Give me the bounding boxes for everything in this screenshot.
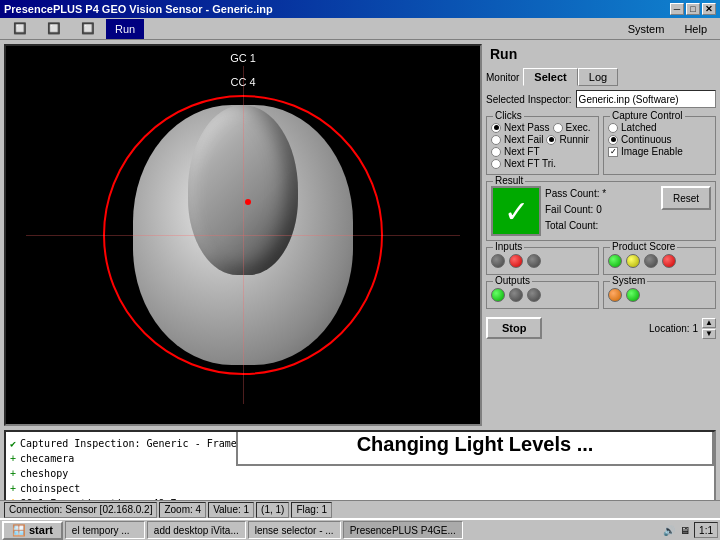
location-down[interactable]: ▼ [702, 329, 716, 339]
next-fail-radio[interactable] [491, 135, 501, 145]
popup-text: Changing Light Levels ... [357, 433, 594, 456]
log-text-3: choinspect [20, 482, 80, 496]
pass-count: Pass Count: * [545, 186, 657, 202]
latched-row: Latched [608, 122, 711, 133]
window-title: PresencePLUS P4 GEO Vision Sensor - Gene… [4, 3, 273, 15]
taskbar-item-4[interactable]: PresencePLUS P4GE... [343, 521, 463, 539]
stop-row: Stop Location: 1 ▲ ▼ [486, 317, 716, 339]
ps-led-4 [662, 254, 676, 268]
clock: 1:1 [694, 522, 718, 538]
system-label: System [610, 275, 647, 286]
counts-box: Pass Count: * Fail Count: 0 Total Count: [545, 186, 657, 236]
main-content: GC 1 CC 4 Run Monitor Select Log Selecte… [0, 40, 720, 430]
next-ft-radio[interactable] [491, 147, 501, 157]
taskbar-item-1-label: el tempory ... [72, 525, 130, 536]
continuous-row: Continuous [608, 134, 711, 145]
changing-light-popup: Changing Light Levels ... [236, 430, 714, 466]
flag-status: Flag: 1 [291, 502, 332, 518]
latched-radio[interactable] [608, 123, 618, 133]
out-led-2 [509, 288, 523, 302]
zoom-label: Zoom: [164, 504, 192, 515]
exec-radio[interactable] [553, 123, 563, 133]
taskbar-item-1[interactable]: el tempory ... [65, 521, 145, 539]
log-text-2: cheshopy [20, 467, 68, 481]
tray-icon-2: 🖥 [678, 523, 692, 537]
inputs-section: Inputs [486, 247, 599, 275]
outputs-section: Outputs [486, 281, 599, 309]
taskbar-item-3-label: lense selector - ... [255, 525, 334, 536]
product-score-label: Product Score [610, 241, 677, 252]
zoom-status: Zoom: 4 [159, 502, 206, 518]
inputs-label: Inputs [493, 241, 524, 252]
controls-row: Clicks Next Pass Exec. Next Fail Runnir … [486, 116, 716, 175]
next-fail-label: Next Fail [504, 134, 543, 145]
sys-led-2 [626, 288, 640, 302]
continuous-label: Continuous [621, 134, 672, 145]
image-enable-checkbox[interactable] [608, 147, 618, 157]
selected-inspector-row: Selected Inspector: Generic.inp (Softwar… [486, 90, 716, 108]
start-icon: 🪟 [12, 524, 26, 537]
result-content: ✓ Pass Count: * Fail Count: 0 Total Coun… [491, 186, 711, 236]
next-pass-radio[interactable] [491, 123, 501, 133]
flag-label: Flag: [296, 504, 318, 515]
next-fail-row: Next Fail Runnir [491, 134, 594, 145]
monitor-label: Monitor [486, 72, 519, 83]
ps-led-1 [608, 254, 622, 268]
next-ft-tri-radio[interactable] [491, 159, 501, 169]
menu-run[interactable]: Run [106, 19, 144, 39]
running-radio[interactable] [546, 135, 556, 145]
log-text-1: checamera [20, 452, 74, 466]
product-score-section: Product Score [603, 247, 716, 275]
next-ft-tri-row: Next FT Tri. [491, 158, 594, 169]
taskbar-item-2-label: add desktop iVita... [154, 525, 239, 536]
fail-count: Fail Count: 0 [545, 202, 657, 218]
menu-system[interactable]: System [619, 19, 674, 39]
system-leds [608, 286, 711, 304]
taskbar-item-2[interactable]: add desktop iVita... [147, 521, 246, 539]
image-enable-label: Image Enable [621, 146, 683, 157]
menu-item-1[interactable]: 🔲 [4, 19, 36, 39]
start-button[interactable]: 🪟 start [2, 521, 63, 540]
zoom-value: 4 [196, 504, 202, 515]
menu-item-3[interactable]: 🔲 [72, 19, 104, 39]
connection-text: Connection: Sensor [02.168.0.2] [9, 504, 152, 515]
menu-help[interactable]: Help [675, 19, 716, 39]
tab-log[interactable]: Log [578, 68, 618, 86]
continuous-radio[interactable] [608, 135, 618, 145]
location-up[interactable]: ▲ [702, 318, 716, 328]
ps-led-3 [644, 254, 658, 268]
clicks-section: Clicks Next Pass Exec. Next Fail Runnir … [486, 116, 599, 175]
title-bar-buttons: ─ □ ✕ [670, 3, 716, 15]
taskbar-item-3[interactable]: lense selector - ... [248, 521, 341, 539]
start-label: start [29, 524, 53, 536]
output-leds [491, 286, 594, 304]
result-label: Result [493, 175, 525, 186]
inspector-input[interactable]: Generic.inp (Software) [576, 90, 716, 108]
log-icon-2: + [10, 467, 16, 481]
red-dot [245, 199, 251, 205]
outputs-label: Outputs [493, 275, 532, 286]
outputs-system-row: Outputs System [486, 281, 716, 309]
input-led-3 [527, 254, 541, 268]
close-button[interactable]: ✕ [702, 3, 716, 15]
system-section: System [603, 281, 716, 309]
taskbar-tray: 🔊 🖥 1:1 [662, 522, 718, 538]
location-label: Location: 1 [649, 323, 698, 334]
coords-status: (1, 1) [256, 502, 289, 518]
taskbar: 🪟 start el tempory ... add desktop iVita… [0, 518, 720, 540]
camera-panel: GC 1 CC 4 [4, 44, 482, 426]
menu-item-2[interactable]: 🔲 [38, 19, 70, 39]
reset-button[interactable]: Reset [661, 186, 711, 210]
run-panel: Run Monitor Select Log Selected Inspecto… [486, 44, 716, 426]
capture-label: Capture Control [610, 110, 685, 121]
ps-led-2 [626, 254, 640, 268]
stop-button[interactable]: Stop [486, 317, 542, 339]
crosshair-vertical [243, 66, 244, 404]
log-icon-1: + [10, 452, 16, 466]
tab-select[interactable]: Select [523, 68, 577, 86]
value-status: Value: 1 [208, 502, 254, 518]
maximize-button[interactable]: □ [686, 3, 700, 15]
minimize-button[interactable]: ─ [670, 3, 684, 15]
pass-indicator: ✓ [491, 186, 541, 236]
title-bar: PresencePLUS P4 GEO Vision Sensor - Gene… [0, 0, 720, 18]
